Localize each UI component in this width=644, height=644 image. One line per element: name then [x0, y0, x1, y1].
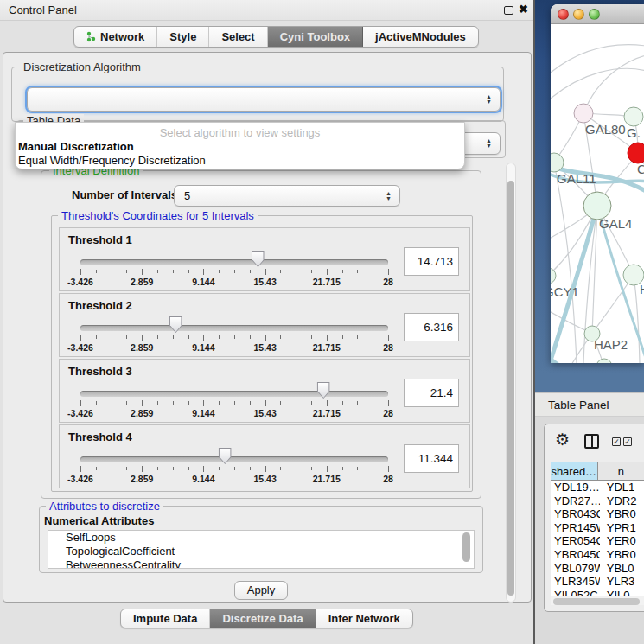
threshold-value-input[interactable]: [404, 313, 459, 341]
tab-style[interactable]: Style: [157, 27, 209, 47]
tab-discretize-data[interactable]: Discretize Data: [210, 609, 316, 628]
threshold-2-row: Threshold 2 -3.4262.8599.14415.4321.7152…: [59, 293, 470, 357]
attribute-item[interactable]: BetweennessCentrality: [48, 558, 474, 569]
algorithm-option-equal-width[interactable]: Equal Width/Frequency Discretization: [18, 154, 206, 167]
tab-network[interactable]: Network: [74, 27, 157, 47]
combo-arrows-icon: ▲▼: [486, 94, 492, 105]
column-header-name[interactable]: n: [598, 462, 644, 480]
control-panel-title: Control Panel: [9, 3, 77, 16]
column-header-shared-name[interactable]: shared…: [551, 462, 598, 480]
threshold-value-input[interactable]: [404, 247, 459, 276]
table-header: shared… n: [551, 462, 644, 481]
close-traffic-light-icon[interactable]: [558, 9, 569, 20]
network-window: GAL80G.CGAL11GAL4GCY1HHAP2: [551, 4, 644, 363]
table-panel: ⚙ ✓ ✓ shared… n YDL19…YDL1YDR27…YDR2YBR0…: [544, 424, 644, 612]
network-node-label: GCY1: [551, 284, 579, 299]
slider-tick-labels: -3.4262.8599.14415.4321.71528: [80, 474, 388, 484]
top-tab-bar: Network Style Select Cyni Toolbox jActiv…: [73, 26, 479, 48]
slider-ticks: [80, 400, 388, 407]
tab-infer-network[interactable]: Infer Network: [316, 609, 412, 628]
list-scrollbar-thumb[interactable]: [462, 532, 470, 562]
threshold-slider-track[interactable]: [80, 391, 388, 397]
network-node[interactable]: [551, 268, 556, 284]
threshold-slider-track[interactable]: [80, 456, 388, 462]
zoom-traffic-light-icon[interactable]: [589, 9, 600, 20]
scrollbar-thumb[interactable]: [553, 598, 640, 605]
table-row[interactable]: YIL052CYIL0: [551, 589, 644, 596]
tab-impute-data[interactable]: Impute Data: [121, 609, 210, 628]
combo-arrows-icon: ▲▼: [486, 138, 492, 149]
network-node-label: GAL11: [557, 171, 596, 186]
table-row[interactable]: YBR043CYBR0: [551, 507, 644, 521]
table-row[interactable]: YBR045CYBR0: [551, 548, 644, 562]
threshold-4-row: Threshold 4 -3.4262.8599.14415.4321.7152…: [59, 424, 470, 488]
network-node-label: G.: [627, 125, 641, 140]
algorithm-dropdown-popup: Select algorithm to view settings Manual…: [15, 122, 465, 169]
network-node-label: H: [640, 282, 644, 296]
screen: Control Panel ✖ Network Style Select Cyn…: [0, 0, 644, 644]
checkbox-checked-icon[interactable]: ✓: [623, 437, 632, 446]
slider-tick-labels: -3.4262.8599.14415.4321.71528: [80, 277, 388, 287]
slider-ticks: [80, 335, 388, 341]
threshold-slider-track[interactable]: [80, 259, 388, 265]
numerical-attributes-label: Numerical Attributes: [44, 514, 154, 527]
gear-icon[interactable]: ⚙: [555, 430, 570, 450]
network-window-titlebar[interactable]: [551, 4, 644, 24]
float-window-icon[interactable]: [504, 6, 513, 15]
apply-button[interactable]: Apply: [234, 581, 288, 600]
network-node-label: HAP2: [594, 337, 628, 352]
threshold-1-row: Threshold 1 -3.4262.8599.14415.4321.7152…: [59, 227, 470, 291]
number-of-intervals-label: Number of Intervals: [72, 188, 177, 201]
tab-network-label: Network: [100, 30, 144, 43]
network-node-label: C: [637, 162, 644, 176]
panel-vertical-scrollbar[interactable]: [506, 163, 516, 603]
tab-cyni-toolbox[interactable]: Cyni Toolbox: [268, 27, 363, 47]
control-panel-titlebar: Control Panel ✖: [0, 0, 536, 21]
algorithm-option-manual[interactable]: Manual Discretization: [18, 140, 134, 153]
network-node[interactable]: [574, 104, 593, 123]
threshold-value-input[interactable]: [404, 379, 459, 407]
table-row[interactable]: YER054CYER0: [551, 534, 644, 548]
network-node[interactable]: [628, 143, 644, 163]
threshold-3-row: Threshold 3 -3.4262.8599.14415.4321.7152…: [59, 359, 470, 423]
threshold-slider-track[interactable]: [80, 325, 388, 331]
checkbox-checked-icon[interactable]: ✓: [612, 437, 621, 446]
slider-ticks: [80, 269, 388, 276]
table-row[interactable]: YLR345WYLR3: [551, 575, 644, 589]
numerical-attributes-list[interactable]: SelfLoopsTopologicalCoefficientBetweenne…: [48, 530, 475, 569]
network-node-label: GAL80: [585, 122, 626, 137]
table-row[interactable]: YPR145WYPR1: [551, 521, 644, 535]
network-node[interactable]: [596, 359, 612, 363]
slider-tick-labels: -3.4262.8599.14415.4321.71528: [80, 342, 388, 353]
table-horizontal-scrollbar[interactable]: [551, 596, 644, 605]
network-node-label: GAL4: [599, 216, 632, 231]
network-canvas[interactable]: GAL80G.CGAL11GAL4GCY1HHAP2: [551, 24, 644, 363]
network-icon: [86, 31, 96, 42]
attribute-item[interactable]: SelfLoops: [48, 531, 474, 545]
slider-tick-labels: -3.4262.8599.14415.4321.71528: [80, 408, 388, 418]
table-row[interactable]: YDR27…YDR2: [551, 494, 644, 508]
slider-ticks: [80, 466, 388, 473]
table-rows: YDL19…YDL1YDR27…YDR2YBR043CYBR0YPR145WYP…: [551, 481, 644, 596]
split-columns-icon[interactable]: [584, 434, 599, 449]
bottom-tab-bar: Impute Data Discretize Data Infer Networ…: [120, 609, 413, 628]
discretization-algorithm-title: Discretization Algorithm: [20, 61, 144, 73]
attribute-item[interactable]: TopologicalCoefficient: [48, 545, 474, 558]
combo-arrows-icon: ▲▼: [386, 191, 392, 201]
table-row[interactable]: YDL19…YDL1: [551, 481, 644, 494]
network-view-frame: GAL80G.CGAL11GAL4GCY1HHAP2: [535, 0, 644, 392]
tab-jactivemnodules[interactable]: jActiveMNodules: [363, 27, 478, 47]
number-of-intervals-combobox[interactable]: 5 ▲▼: [174, 185, 400, 207]
cyni-toolbox-panel: Discretization Algorithm ▲▼ Select algor…: [3, 52, 532, 603]
minimize-traffic-light-icon[interactable]: [573, 9, 584, 20]
table-row[interactable]: YBL079WYBL0: [551, 562, 644, 576]
scrollbar-thumb[interactable]: [507, 181, 514, 596]
thresholds-group-title: Threshold's Coordinates for 5 Intervals: [58, 209, 258, 222]
network-node[interactable]: [624, 107, 643, 126]
algorithm-combobox[interactable]: ▲▼: [27, 87, 501, 112]
close-icon[interactable]: ✖: [519, 3, 528, 16]
tab-select[interactable]: Select: [209, 27, 267, 47]
algorithm-hint-option: Select algorithm to view settings: [16, 126, 464, 139]
threshold-value-input[interactable]: [404, 444, 459, 473]
table-panel-title: Table Panel: [548, 399, 609, 411]
